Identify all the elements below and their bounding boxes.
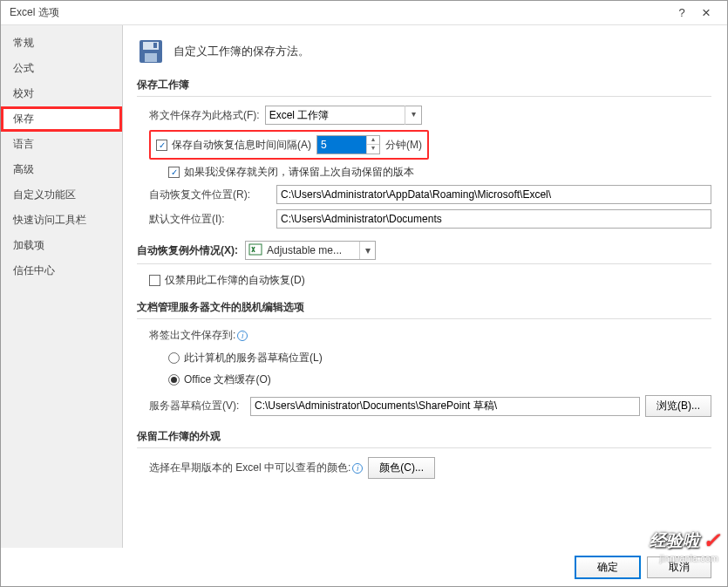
excel-file-icon bbox=[248, 242, 264, 258]
default-loc-input[interactable] bbox=[276, 209, 711, 229]
close-button[interactable]: × bbox=[694, 4, 718, 22]
nav-addins[interactable]: 加载项 bbox=[1, 233, 122, 258]
radio-office-cache[interactable] bbox=[168, 374, 180, 386]
help-button[interactable]: ? bbox=[670, 6, 694, 19]
exceptions-label: 自动恢复例外情况(X): bbox=[137, 243, 238, 258]
cancel-button[interactable]: 取消 bbox=[647, 556, 711, 578]
disable-autorecover-label: 仅禁用此工作簿的自动恢复(D) bbox=[165, 273, 305, 288]
disk-icon bbox=[137, 38, 165, 65]
info-icon[interactable] bbox=[237, 331, 248, 341]
autosave-highlight: 保存自动恢复信息时间间隔(A) ▴ ▾ 分钟(M) bbox=[149, 130, 429, 160]
svg-rect-3 bbox=[153, 43, 157, 48]
exceptions-combo[interactable]: Adjustable me... ▾ bbox=[245, 241, 376, 260]
autosave-interval-input[interactable] bbox=[317, 136, 366, 154]
checkout-label: 将签出文件保存到: bbox=[149, 328, 248, 343]
autosave-checkbox[interactable] bbox=[156, 140, 167, 151]
nav-advanced[interactable]: 高级 bbox=[1, 157, 122, 182]
minutes-label: 分钟(M) bbox=[385, 138, 422, 153]
chevron-down-icon[interactable]: ▾ bbox=[405, 106, 422, 125]
info-icon[interactable] bbox=[352, 463, 363, 474]
format-dropdown[interactable]: ▾ bbox=[265, 106, 422, 125]
nav-language[interactable]: 语言 bbox=[1, 132, 122, 157]
sidebar: 常规 公式 校对 保存 语言 高级 自定义功能区 快速访问工具栏 加载项 信任中… bbox=[1, 25, 123, 548]
nav-general[interactable]: 常规 bbox=[1, 31, 122, 56]
window-title: Excel 选项 bbox=[10, 5, 670, 20]
nav-save[interactable]: 保存 bbox=[1, 106, 122, 132]
header-desc: 自定义工作簿的保存方法。 bbox=[173, 44, 310, 59]
svg-rect-2 bbox=[145, 53, 157, 62]
radio-server-label: 此计算机的服务器草稿位置(L) bbox=[184, 351, 323, 365]
autosave-interval-spinner[interactable]: ▴ ▾ bbox=[316, 135, 380, 154]
keep-last-label: 如果我没保存就关闭，请保留上次自动保留的版本 bbox=[184, 165, 414, 180]
radio-cache-label: Office 文档缓存(O) bbox=[184, 372, 271, 387]
nav-quick-access[interactable]: 快速访问工具栏 bbox=[1, 208, 122, 233]
nav-formulas[interactable]: 公式 bbox=[1, 56, 122, 81]
keep-last-checkbox[interactable] bbox=[168, 167, 180, 178]
titlebar: Excel 选项 ? × bbox=[1, 1, 727, 25]
nav-trust-center[interactable]: 信任中心 bbox=[1, 258, 122, 283]
autorecover-loc-label: 自动恢复文件位置(R): bbox=[149, 188, 271, 202]
autorecover-loc-input[interactable] bbox=[276, 185, 711, 204]
section-appearance-title: 保留工作簿的外观 bbox=[137, 429, 711, 448]
chevron-down-icon[interactable]: ▾ bbox=[359, 242, 375, 259]
nav-proofing[interactable]: 校对 bbox=[1, 81, 122, 106]
disable-autorecover-checkbox[interactable] bbox=[149, 275, 160, 286]
dialog-footer: 确定 取消 bbox=[1, 548, 727, 586]
spin-down-icon[interactable]: ▾ bbox=[367, 145, 379, 154]
autosave-label: 保存自动恢复信息时间间隔(A) bbox=[172, 138, 311, 153]
section-offline-title: 文档管理服务器文件的脱机编辑选项 bbox=[137, 300, 711, 319]
draft-loc-label: 服务器草稿位置(V): bbox=[149, 399, 245, 413]
section-exceptions: 自动恢复例外情况(X): Adjustable me... ▾ bbox=[137, 241, 711, 264]
default-loc-label: 默认文件位置(I): bbox=[149, 212, 271, 227]
content-panel: 自定义工作簿的保存方法。 保存工作簿 将文件保存为此格式(F): ▾ 保存自动恢… bbox=[123, 25, 727, 548]
svg-rect-4 bbox=[249, 244, 262, 255]
ok-button[interactable]: 确定 bbox=[575, 556, 640, 578]
section-save-workbook-title: 保存工作簿 bbox=[137, 78, 711, 97]
format-label: 将文件保存为此格式(F): bbox=[149, 108, 260, 123]
draft-loc-input[interactable] bbox=[250, 397, 640, 416]
radio-server-drafts[interactable] bbox=[168, 352, 180, 364]
colors-button[interactable]: 颜色(C)... bbox=[368, 457, 435, 479]
browse-button[interactable]: 浏览(B)... bbox=[645, 395, 711, 417]
nav-customize-ribbon[interactable]: 自定义功能区 bbox=[1, 182, 122, 208]
colors-label: 选择在早期版本的 Excel 中可以查看的颜色: bbox=[149, 461, 363, 475]
